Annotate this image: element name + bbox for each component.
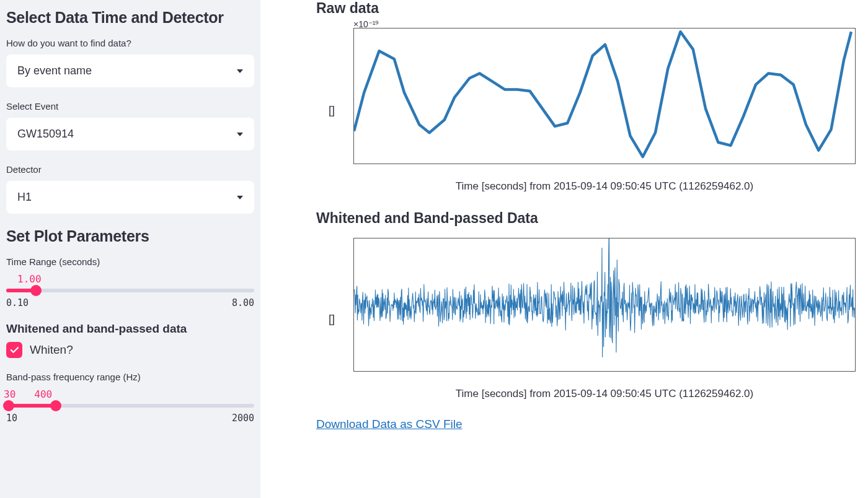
- detector-label: Detector: [6, 164, 254, 175]
- detector-value: H1: [17, 191, 32, 204]
- bandpass-range: 10 2000: [6, 413, 254, 424]
- whitened-chart: [] -2-1012 -0.100.10.20.30.40.50.60.70.8…: [353, 238, 856, 400]
- section-plot-heading: Set Plot Parameters: [6, 227, 254, 245]
- bandpass-hi: 400: [34, 388, 52, 400]
- bandpass-max: 2000: [232, 413, 254, 424]
- timerange-label: Time Range (seconds): [6, 256, 254, 267]
- timerange-value: 1.00: [17, 273, 254, 285]
- detector-select[interactable]: H1: [6, 181, 254, 214]
- chevron-down-icon: [237, 69, 243, 73]
- sidebar: Select Data Time and Detector How do you…: [0, 0, 260, 498]
- event-value: GW150914: [17, 128, 74, 141]
- chevron-down-icon: [237, 133, 243, 136]
- whitened-ylabel: []: [329, 313, 335, 326]
- raw-plot-svg: [354, 28, 856, 164]
- whiten-checkbox[interactable]: [6, 342, 22, 358]
- event-label: Select Event: [6, 101, 254, 111]
- raw-data-heading: Raw data: [316, 0, 856, 17]
- whitened-heading: Whitened and band-passed data: [6, 322, 254, 336]
- bandpass-slider[interactable]: [6, 404, 254, 408]
- event-select[interactable]: GW150914: [6, 118, 254, 151]
- timerange-range: 0.10 8.00: [6, 297, 254, 308]
- raw-chart: ×10⁻¹⁹ [] -4-2024 -0.100.10.20.30.40.50.…: [353, 28, 856, 193]
- whitened-heading-main: Whitened and Band-passed Data: [316, 210, 856, 227]
- find-data-value: By event name: [17, 64, 92, 77]
- whitened-plot-svg: [354, 238, 856, 372]
- check-icon: [9, 344, 20, 356]
- download-csv-link[interactable]: Download Data as CSV File: [316, 417, 463, 430]
- slider-thumb[interactable]: [30, 285, 42, 296]
- section-select-heading: Select Data Time and Detector: [6, 9, 254, 27]
- whitened-xlabel: Time [seconds] from 2015-09-14 09:50:45 …: [353, 388, 856, 400]
- bandpass-label: Band-pass frequency range (Hz): [6, 372, 254, 382]
- bandpass-min: 10: [6, 413, 17, 424]
- bandpass-lo: 30: [4, 388, 16, 400]
- raw-ylabel: []: [329, 104, 335, 117]
- find-data-label: How do you want to find data?: [6, 38, 254, 48]
- chevron-down-icon: [237, 196, 243, 199]
- main-content: Raw data ×10⁻¹⁹ [] -4-2024 -0.100.10.20.…: [260, 0, 868, 498]
- timerange-max: 8.00: [232, 297, 254, 308]
- timerange-slider[interactable]: [6, 289, 254, 292]
- whiten-checkbox-label: Whiten?: [30, 343, 73, 357]
- find-data-select[interactable]: By event name: [6, 55, 254, 87]
- timerange-min: 0.10: [6, 297, 29, 308]
- raw-xlabel: Time [seconds] from 2015-09-14 09:50:45 …: [353, 180, 856, 193]
- slider-thumb-hi[interactable]: [50, 400, 61, 411]
- slider-thumb-lo[interactable]: [3, 400, 14, 411]
